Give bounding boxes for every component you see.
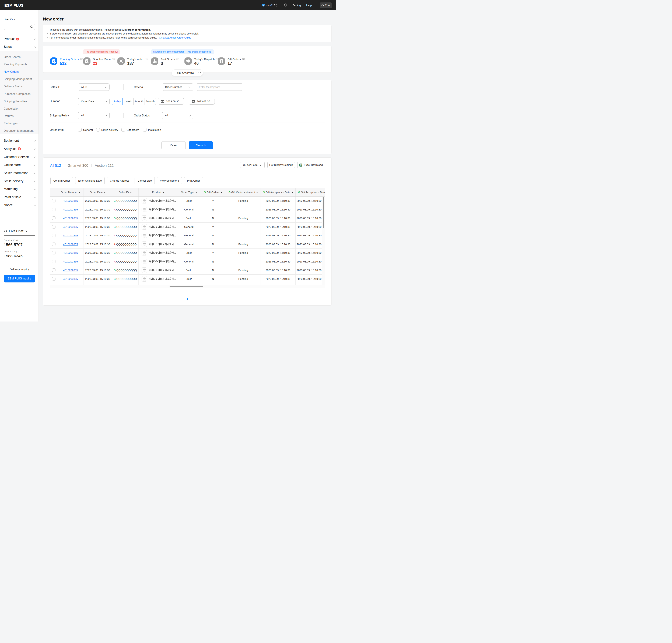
svg-text:N: N — [155, 62, 156, 63]
svg-text:N: N — [54, 62, 55, 63]
